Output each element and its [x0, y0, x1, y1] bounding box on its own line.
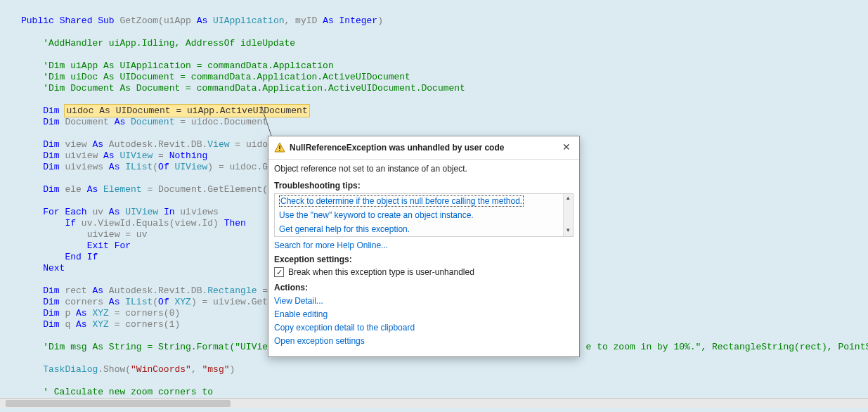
code-token: Dim: [43, 319, 59, 330]
code-token: Dim: [43, 139, 59, 150]
copy-detail-link[interactable]: Copy exception detail to the clipboard: [274, 323, 574, 333]
code-token: As: [109, 207, 120, 217]
code-token: TaskDialog: [43, 364, 98, 375]
code-token: Shared: [60, 15, 93, 26]
code-token: p: [60, 308, 76, 318]
code-token: = corners(1): [109, 319, 180, 330]
code-token: UIView: [115, 150, 153, 161]
svg-rect-1: [279, 146, 280, 149]
code-token: UIApplication: [207, 15, 284, 26]
tips-scrollbar[interactable]: ▴ ▾: [563, 194, 573, 236]
code-token: Dim: [43, 184, 59, 195]
open-exception-settings-link[interactable]: Open exception settings: [274, 336, 574, 346]
tips-listbox[interactable]: Check to determine if the object is null…: [274, 193, 574, 237]
code-token: View: [207, 139, 229, 150]
svg-rect-2: [279, 150, 280, 151]
code-token: "WinCoords": [131, 364, 191, 375]
code-token: uiview: [60, 150, 103, 161]
code-token: As: [87, 184, 98, 195]
code-token: IList: [119, 297, 153, 307]
code-token: Exit: [87, 240, 109, 251]
code-token: Dim: [43, 297, 59, 307]
code-token: XYZ: [87, 308, 109, 318]
code-token: (: [153, 162, 158, 172]
code-token: Document: [125, 117, 174, 127]
code-token: Each: [60, 207, 87, 217]
code-token: uiviews: [60, 162, 109, 172]
code-token: As: [109, 162, 120, 172]
tip-link[interactable]: Use the "new" keyword to create an objec…: [279, 210, 474, 220]
popup-header[interactable]: NullReferenceException was unhandled by …: [268, 136, 579, 160]
code-token: ): [230, 364, 235, 375]
warning-icon: [274, 142, 285, 153]
code-token: ,: [191, 364, 202, 375]
close-button[interactable]: ✕: [559, 141, 574, 155]
code-token: GetZoom(uiApp: [119, 15, 196, 26]
code-token: uiviews: [174, 207, 218, 217]
code-token: Autodesk.Revit.DB.: [103, 139, 207, 150]
tip-link[interactable]: Get general help for this exception.: [279, 224, 410, 234]
code-token: Of: [158, 162, 169, 172]
code-token: If: [65, 218, 76, 228]
horizontal-scrollbar[interactable]: [0, 398, 868, 408]
code-token: ele: [60, 184, 87, 195]
code-token: Sub: [98, 15, 114, 26]
code-token: UIView: [119, 207, 158, 217]
enable-editing-link[interactable]: Enable editing: [274, 309, 574, 319]
code-token: Element: [98, 184, 141, 195]
code-token: As: [323, 15, 334, 26]
code-token: ): [377, 15, 383, 26]
code-token: Dim: [43, 285, 59, 296]
code-token: Dim: [43, 308, 59, 318]
view-detail-link[interactable]: View Detail...: [274, 296, 574, 306]
code-token: As: [76, 308, 87, 318]
code-token: , myID: [285, 15, 323, 26]
code-comment: e to zoom in by 10%.", RectangleString(r…: [586, 342, 868, 352]
scroll-up-button[interactable]: ▴: [564, 194, 573, 204]
settings-heading: Exception settings:: [274, 255, 574, 264]
code-token: Dim: [43, 105, 59, 116]
code-token: As: [103, 150, 115, 161]
break-checkbox[interactable]: ✓: [274, 267, 284, 277]
code-token: q: [60, 319, 76, 330]
code-token: corners: [60, 297, 109, 307]
tip-link[interactable]: Check to determine if the object is null…: [280, 196, 522, 206]
code-token: As: [92, 285, 103, 296]
break-checkbox-row[interactable]: ✓ Break when this exception type is user…: [274, 267, 574, 277]
code-token: Integer: [334, 15, 377, 26]
code-token: "msg": [202, 364, 229, 375]
break-checkbox-label: Break when this exception type is user-u…: [288, 267, 474, 277]
tip-item[interactable]: Get general help for this exception.: [275, 222, 562, 236]
code-token: Dim: [43, 117, 59, 127]
code-token: uv: [87, 207, 109, 217]
code-token: Dim: [43, 150, 59, 161]
code-comment: 'AddHandler uiApp.Idling, AddressOf idle…: [43, 38, 295, 49]
code-token: = uidoc.Document: [174, 117, 268, 127]
horizontal-scroll-thumb[interactable]: [6, 400, 231, 407]
code-token: uv.ViewId.Equals(view.Id): [76, 218, 224, 228]
code-token: .Show(: [98, 364, 131, 375]
code-token: Dim: [43, 162, 59, 172]
code-token: For: [43, 207, 59, 217]
code-token: XYZ: [87, 319, 109, 330]
code-token: uiview = uv: [87, 229, 148, 240]
code-token: =: [153, 150, 169, 161]
code-token: view: [60, 139, 93, 150]
code-token: End: [65, 252, 81, 262]
search-online-link[interactable]: Search for more Help Online...: [274, 240, 574, 250]
scroll-down-button[interactable]: ▾: [564, 226, 573, 236]
exception-popup: NullReferenceException was unhandled by …: [268, 136, 580, 357]
code-token: As: [115, 117, 126, 127]
code-token: Rectangle: [207, 285, 257, 296]
popup-title: NullReferenceException was unhandled by …: [290, 143, 559, 153]
code-token: Document: [60, 117, 115, 127]
code-token: IList: [119, 162, 153, 172]
code-token: XYZ: [169, 297, 191, 307]
code-comment: 'Dim msg As String = String.Format("UIVi…: [43, 342, 290, 352]
code-token: Of: [158, 297, 169, 307]
tip-item[interactable]: Check to determine if the object is null…: [275, 194, 562, 208]
code-token: (: [153, 297, 158, 307]
code-comment: 'Dim uiDoc As UIDocument = commandData.A…: [43, 72, 410, 82]
tip-item[interactable]: Use the "new" keyword to create an objec…: [275, 208, 562, 222]
code-token: As: [76, 319, 87, 330]
